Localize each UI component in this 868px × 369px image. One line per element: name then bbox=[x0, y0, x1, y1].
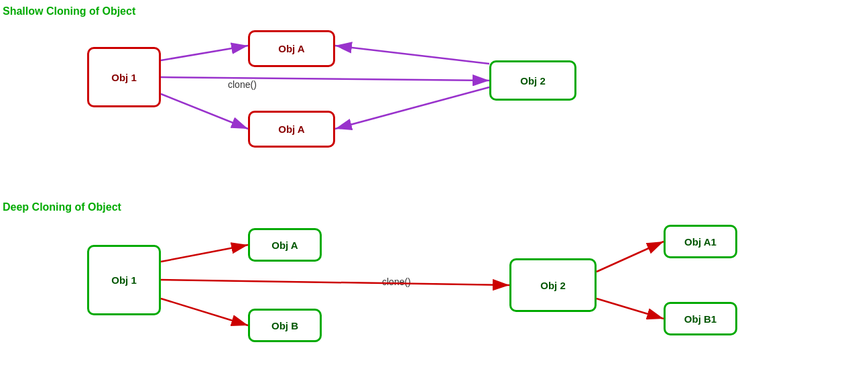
svg-line-8 bbox=[335, 87, 489, 129]
shallow-obj1-box: Obj 1 bbox=[87, 47, 161, 107]
diagram-container: Shallow Cloning of Object Deep Cloning o… bbox=[0, 0, 868, 369]
deep-objb1-box: Obj B1 bbox=[664, 302, 737, 335]
shallow-obja-top-box: Obj A bbox=[248, 30, 335, 67]
deep-obja1-box: Obj A1 bbox=[664, 225, 737, 258]
svg-line-6 bbox=[161, 94, 248, 129]
deep-obj2-box: Obj 2 bbox=[509, 258, 597, 312]
deep-obja-box: Obj A bbox=[248, 228, 322, 262]
shallow-clone-label: clone() bbox=[228, 79, 257, 90]
shallow-obj2-box: Obj 2 bbox=[489, 60, 576, 101]
svg-line-7 bbox=[335, 46, 489, 64]
deep-objb-box: Obj B bbox=[248, 309, 322, 342]
svg-line-5 bbox=[161, 77, 489, 81]
svg-line-11 bbox=[161, 299, 248, 325]
deep-obj1-box: Obj 1 bbox=[87, 245, 161, 315]
deep-title: Deep Cloning of Object bbox=[3, 201, 121, 213]
shallow-title: Shallow Cloning of Object bbox=[3, 5, 135, 17]
svg-line-13 bbox=[597, 299, 664, 319]
shallow-obja-bottom-box: Obj A bbox=[248, 111, 335, 148]
svg-line-10 bbox=[161, 280, 509, 285]
svg-line-12 bbox=[597, 242, 664, 272]
deep-clone-label: clone() bbox=[382, 276, 411, 287]
svg-line-9 bbox=[161, 245, 248, 262]
svg-line-4 bbox=[161, 46, 248, 60]
